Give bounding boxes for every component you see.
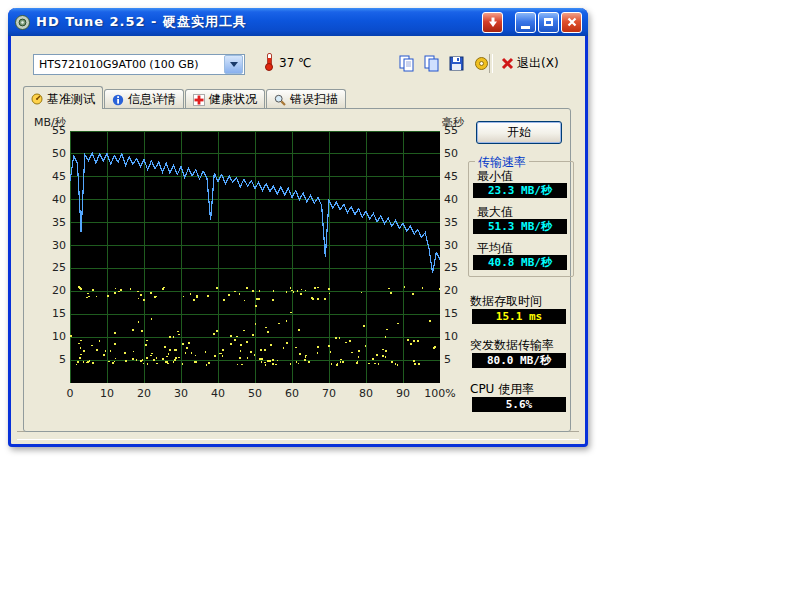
temperature-value: 37 ℃ [279, 56, 312, 70]
y-tick-left: 25 [26, 261, 66, 274]
x-tick: 10 [91, 387, 123, 400]
y-tick-right: 10 [444, 330, 474, 343]
window-title: HD Tune 2.52 - 硬盘实用工具 [36, 13, 480, 31]
maximize-icon [544, 18, 553, 26]
minimize-button[interactable] [515, 12, 536, 33]
avg-value: 40.8 MB/秒 [473, 255, 567, 270]
y-tick-right: 50 [444, 147, 474, 160]
tab-info[interactable]: 信息详情 [104, 89, 184, 108]
exit-x-icon [501, 57, 514, 70]
cpu-usage-label: CPU 使用率 [470, 381, 534, 398]
y-tick-right: 5 [444, 353, 474, 366]
y-tick-left: 55 [26, 124, 66, 137]
x-tick: 40 [202, 387, 234, 400]
x-tick: 60 [276, 387, 308, 400]
x-tick: 0 [54, 387, 86, 400]
x-tick: 20 [128, 387, 160, 400]
dropdown-arrow-icon[interactable] [224, 55, 243, 74]
x-tick: 30 [165, 387, 197, 400]
x-tick: 80 [350, 387, 382, 400]
y-tick-left: 30 [26, 239, 66, 252]
burst-rate-label: 突发数据传输率 [470, 337, 554, 354]
health-cross-icon [193, 94, 205, 106]
y-tick-left: 35 [26, 216, 66, 229]
y-tick-right: 55 [444, 124, 474, 137]
y-tick-right: 45 [444, 170, 474, 183]
toolbar-separator [489, 54, 493, 73]
gauge-icon [31, 93, 43, 105]
tab-error-scan[interactable]: 错误扫描 [266, 89, 346, 108]
y-tick-right: 30 [444, 239, 474, 252]
copy-text-icon [398, 55, 415, 72]
copy-image-button[interactable] [420, 53, 443, 74]
tab-strip: 基准测试 信息详情 健康状况 错误扫描 [23, 86, 347, 108]
y-tick-right: 35 [444, 216, 474, 229]
status-bar [17, 431, 579, 440]
y-tick-right: 25 [444, 261, 474, 274]
info-icon [112, 94, 124, 106]
tray-arrow-icon [488, 17, 498, 28]
transfer-rate-group: 传输速率 最小值 23.3 MB/秒 最大值 51.3 MB/秒 平均值 40.… [468, 161, 574, 277]
x-tick: 100% [424, 387, 456, 400]
tab-error-scan-label: 错误扫描 [290, 91, 338, 108]
x-tick: 70 [313, 387, 345, 400]
tab-benchmark[interactable]: 基准测试 [23, 86, 103, 109]
y-tick-left: 10 [26, 330, 66, 343]
save-icon [448, 55, 465, 72]
y-tick-left: 45 [26, 170, 66, 183]
options-icon [473, 55, 490, 72]
y-tick-left: 50 [26, 147, 66, 160]
minimize-icon [521, 26, 530, 29]
burst-rate-value: 80.0 MB/秒 [472, 353, 566, 368]
hdtune-window: HD Tune 2.52 - 硬盘实用工具 HTS721010G9AT00 (1… [8, 8, 588, 447]
y-tick-left: 5 [26, 353, 66, 366]
copy-image-icon [423, 55, 440, 72]
y-tick-left: 15 [26, 307, 66, 320]
copy-text-button[interactable] [395, 53, 418, 74]
benchmark-tab-panel: MB/秒 毫秒 开始 传输速率 最小值 23.3 MB/秒 最大值 51.3 M… [23, 108, 571, 432]
y-tick-left: 40 [26, 193, 66, 206]
titlebar[interactable]: HD Tune 2.52 - 硬盘实用工具 [8, 8, 588, 36]
tab-health[interactable]: 健康状况 [185, 89, 265, 108]
x-tick: 90 [387, 387, 419, 400]
access-time-label: 数据存取时间 [470, 293, 542, 310]
close-icon [567, 17, 577, 27]
maximize-button[interactable] [538, 12, 559, 33]
close-button[interactable] [561, 12, 582, 33]
max-value: 51.3 MB/秒 [473, 219, 567, 234]
thermometer-icon [265, 53, 272, 71]
drive-select[interactable]: HTS721010G9AT00 (100 GB) [33, 54, 245, 75]
y-tick-right: 15 [444, 307, 474, 320]
x-tick: 50 [239, 387, 271, 400]
y-tick-left: 20 [26, 284, 66, 297]
tab-info-label: 信息详情 [128, 91, 176, 108]
app-icon [14, 14, 31, 31]
start-button[interactable]: 开始 [476, 121, 562, 144]
magnifier-icon [274, 94, 286, 106]
exit-label: 退出(X) [517, 55, 559, 72]
drive-select-value: HTS721010G9AT00 (100 GB) [34, 58, 223, 71]
exit-button[interactable]: 退出(X) [497, 53, 563, 74]
tab-health-label: 健康状况 [209, 91, 257, 108]
cpu-usage-value: 5.6% [472, 397, 566, 412]
benchmark-chart [70, 131, 440, 383]
save-screenshot-button[interactable] [445, 53, 468, 74]
access-time-value: 15.1 ms [472, 309, 566, 324]
tab-benchmark-label: 基准测试 [47, 91, 95, 108]
tray-arrow-button[interactable] [482, 12, 503, 33]
y-tick-right: 40 [444, 193, 474, 206]
min-value: 23.3 MB/秒 [473, 183, 567, 198]
y-tick-right: 20 [444, 284, 474, 297]
